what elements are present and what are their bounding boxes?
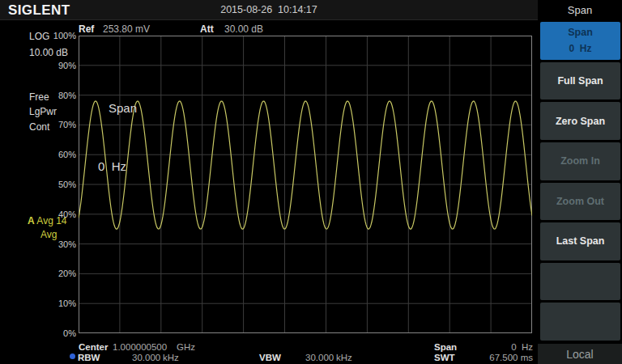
y-axis-tick: 20% (44, 269, 76, 278)
span-overlay-line1: Span (98, 99, 137, 118)
swt-value: 67.500 ms (478, 353, 533, 363)
rbw-unit: kHz (163, 353, 179, 363)
y-axis-tick: 50% (44, 180, 76, 189)
softkey-menu: Span Span 0 Hz Full Span Zero Span Zoom … (538, 0, 622, 364)
y-axis-tick: 90% (44, 61, 76, 70)
menu-title: Span (538, 4, 622, 16)
y-axis-tick: 80% (44, 91, 76, 100)
y-axis-tick: 100% (44, 31, 76, 40)
softkey-last-span-label: Last Span (556, 235, 605, 247)
span-overlay: Span 0 Hz (98, 60, 137, 215)
softkey-span-label: Span (568, 27, 593, 38)
span-readout-value: 0 Hz (486, 342, 533, 353)
softkey-zoom-in[interactable]: Zoom In (540, 142, 620, 180)
swt-label: SWT (434, 353, 455, 363)
ref-value: 253.80 mV (103, 23, 150, 35)
softkey-zero-span[interactable]: Zero Span (540, 102, 620, 140)
analyzer-screen: SIGLENT 2015-08-26 10:14:17 LOG 10.00 dB… (0, 0, 622, 364)
scale-label: 10.00 dB (29, 47, 68, 58)
trace-id: A (28, 215, 35, 226)
local-status-button[interactable]: Local (538, 344, 622, 364)
graticule (79, 36, 532, 333)
y-axis-tick: 30% (44, 239, 76, 249)
y-axis-tick: 60% (44, 150, 76, 159)
softkey-span[interactable]: Span 0 Hz (540, 22, 620, 60)
softkey-blank-1 (540, 263, 620, 301)
rbw-marker-icon (70, 353, 75, 359)
center-freq-value: 1.000000500 (113, 342, 167, 353)
softkey-last-span[interactable]: Last Span (540, 222, 620, 260)
rbw-value: 30.000 (132, 353, 160, 363)
softkey-zoom-out[interactable]: Zoom Out (540, 183, 620, 221)
att-label: Att (200, 23, 214, 35)
vbw-label: VBW (259, 353, 281, 363)
center-freq-label: Center (79, 342, 108, 353)
vbw-unit: kHz (336, 353, 352, 363)
att-value: 30.00 dB (224, 23, 263, 35)
softkey-zero-span-label: Zero Span (556, 116, 605, 127)
center-freq-unit: GHz (177, 342, 195, 353)
span-overlay-line2: 0 Hz (98, 157, 137, 176)
vbw-value: 30.000 (305, 353, 334, 363)
trace-waveform (79, 101, 532, 229)
softkey-full-span[interactable]: Full Span (540, 62, 620, 100)
datetime-display: 2015-08-26 10:14:17 (0, 4, 538, 15)
softkey-zoom-out-label: Zoom Out (556, 196, 604, 207)
rbw-label: RBW (78, 353, 100, 363)
softkey-zoom-in-label: Zoom In (560, 155, 600, 167)
softkey-blank-2 (540, 303, 620, 341)
softkey-span-value: 0 Hz (569, 43, 591, 54)
y-axis-tick: 40% (44, 210, 76, 219)
softkey-button-column: Span 0 Hz Full Span Zero Span Zoom In Zo… (540, 22, 620, 341)
ref-label: Ref (79, 23, 94, 35)
y-axis-tick: 10% (44, 298, 76, 308)
softkey-full-span-label: Full Span (557, 75, 603, 87)
detector-mode-label: LgPwr (29, 106, 57, 117)
y-axis-tick: 0% (44, 328, 76, 338)
span-readout-label: Span (434, 342, 457, 353)
top-status-bar: SIGLENT 2015-08-26 10:14:17 (0, 0, 538, 20)
y-axis-tick: 70% (44, 120, 76, 129)
